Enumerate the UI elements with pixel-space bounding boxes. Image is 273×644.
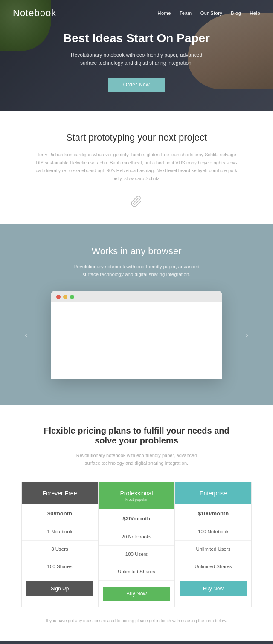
- hero-subtitle: Revolutionary notebook with eco-friendly…: [64, 51, 209, 67]
- plan-feature-pro-1: 100 Users: [99, 546, 174, 563]
- carousel-right-arrow[interactable]: ›: [245, 330, 248, 341]
- plan-feature-ent-2: Unlimited Shares: [175, 558, 251, 575]
- pricing-cards: Forever Free $0/month 1 Notebook 3 Users…: [21, 482, 252, 607]
- nav-brand: Notebook: [13, 8, 56, 19]
- order-now-button[interactable]: Order Now: [108, 78, 166, 92]
- buy-now-pro-button[interactable]: Buy Now: [103, 586, 170, 601]
- browser-dot-green: [70, 295, 74, 299]
- card-body-ent: $100/month 100 Notebook Unlimited Users …: [175, 504, 251, 575]
- plan-feature-ent-1: Unlimited Users: [175, 540, 251, 558]
- pricing-card-ent: Enterprise $100/month 100 Notebook Unlim…: [175, 482, 252, 607]
- browser-mockup: [51, 291, 222, 379]
- card-body-free: $0/month 1 Notebook 3 Users 100 Shares: [22, 504, 98, 575]
- browser-subtitle: Revolutionary notebook with eco-friendly…: [68, 263, 205, 279]
- proto-body: Terry Richardson cardigan whatever gentr…: [34, 151, 239, 183]
- browser-heading: Works in any browser: [17, 246, 256, 257]
- plan-name-pro: Professional: [120, 490, 153, 497]
- nav-our-story[interactable]: Our Story: [200, 11, 223, 16]
- nav-home[interactable]: Home: [158, 11, 171, 16]
- card-footer-ent: Buy Now: [175, 575, 251, 602]
- plan-name-ent: Enterprise: [200, 490, 227, 497]
- browser-section-outer: Works in any browser Revolutionary noteb…: [0, 224, 273, 405]
- paperclip-icon: [34, 196, 239, 207]
- contact-section: Get in Touch Got any questions? Feel fre…: [0, 641, 273, 644]
- plan-feature-ent-0: 100 Notebook: [175, 523, 251, 540]
- card-header-ent: Enterprise: [175, 482, 251, 504]
- plan-feature-pro-0: 20 Notebooks: [99, 528, 174, 546]
- nav-links: Home Team Our Story Blog Help: [158, 11, 260, 16]
- pricing-subtitle: Revolutionary notebook with eco-friendly…: [68, 451, 205, 467]
- browser-bar: [51, 291, 222, 302]
- pricing-heading: Flexible pricing plans to fulfill your n…: [43, 426, 230, 446]
- buy-now-ent-button[interactable]: Buy Now: [180, 581, 247, 596]
- browser-section: Works in any browser Revolutionary noteb…: [0, 224, 273, 405]
- plan-price-ent: $100/month: [175, 504, 251, 523]
- pricing-section: Flexible pricing plans to fulfill your n…: [0, 405, 273, 641]
- signup-button[interactable]: Sign Up: [26, 581, 93, 596]
- plan-price-free: $0/month: [22, 504, 98, 523]
- nav-blog[interactable]: Blog: [231, 11, 241, 16]
- plan-feature-free-2: 100 Shares: [22, 558, 98, 575]
- browser-content-area: [51, 302, 222, 379]
- nav-help[interactable]: Help: [250, 11, 260, 16]
- pricing-card-free: Forever Free $0/month 1 Notebook 3 Users…: [21, 482, 98, 607]
- pricing-note: If you have got any questions related to…: [17, 618, 256, 624]
- card-footer-pro: Buy Now: [99, 581, 174, 607]
- card-body-pro: $20/month 20 Notebooks 100 Users Unlimit…: [99, 509, 174, 581]
- plan-feature-free-1: 3 Users: [22, 540, 98, 558]
- plan-popular-label: Most popular: [103, 497, 170, 502]
- proto-heading: Start prototyping your next project: [34, 132, 239, 143]
- carousel-left-arrow[interactable]: ‹: [25, 330, 28, 341]
- plan-price-pro: $20/month: [99, 509, 174, 528]
- prototyping-section: Start prototyping your next project Terr…: [0, 111, 273, 224]
- hero-section: Notebook Home Team Our Story Blog Help B…: [0, 0, 273, 111]
- hero-title: Best Ideas Start On Paper: [63, 32, 210, 45]
- nav-team[interactable]: Team: [180, 11, 192, 16]
- plan-feature-free-0: 1 Notebook: [22, 523, 98, 540]
- plan-feature-pro-2: Unlimited Shares: [99, 563, 174, 581]
- pricing-card-pro: Professional Most popular $20/month 20 N…: [98, 482, 175, 607]
- plan-name-free: Forever Free: [43, 490, 77, 497]
- card-footer-free: Sign Up: [22, 575, 98, 602]
- card-header-pro: Professional Most popular: [99, 482, 174, 509]
- card-header-free: Forever Free: [22, 482, 98, 504]
- main-nav: Notebook Home Team Our Story Blog Help: [0, 0, 273, 26]
- browser-dot-yellow: [63, 295, 67, 299]
- browser-dot-red: [56, 295, 61, 299]
